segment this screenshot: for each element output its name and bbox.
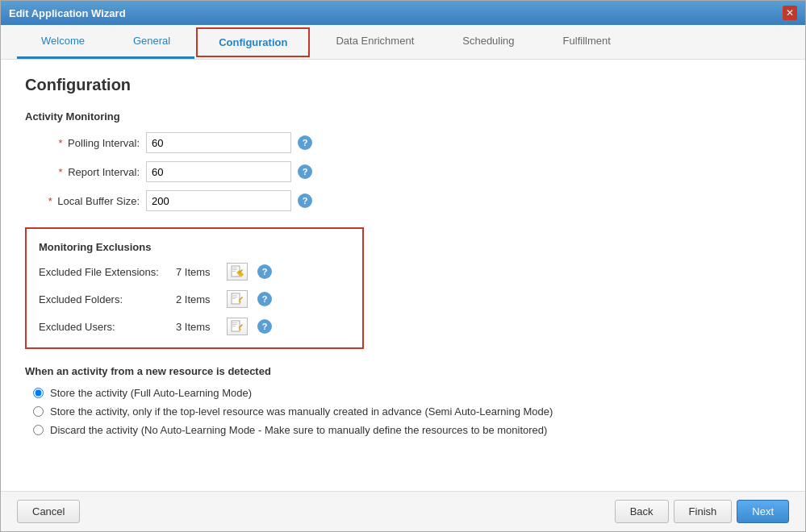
window-title: Edit Application Wizard [9,7,126,19]
edit-folders-button[interactable] [227,290,248,308]
edit-icon [231,265,244,278]
radio-semi-auto-label[interactable]: Store the activity, only if the top-leve… [50,405,553,418]
radio-no-auto-label[interactable]: Discard the activity (No Auto-Learning M… [50,424,547,436]
footer-right: Back Finish Next [615,500,789,523]
edit-users-button[interactable] [227,318,248,335]
radio-full-auto-label[interactable]: Store the activity (Full Auto-Learning M… [50,387,252,399]
cancel-button[interactable]: Cancel [17,500,80,523]
radio-full-auto[interactable] [33,388,44,398]
tabs-bar: Welcome General Configuration Data Enric… [1,25,805,60]
local-buffer-size-row: * Local Buffer Size: ? [25,190,781,211]
radio-no-auto-row: Discard the activity (No Auto-Learning M… [25,424,781,436]
svg-rect-9 [232,297,237,297]
close-button[interactable]: ✕ [783,6,797,20]
title-bar: Edit Application Wizard ✕ [1,1,805,25]
report-interval-input[interactable] [146,161,291,182]
folders-help-icon[interactable]: ? [257,292,272,306]
excluded-users-row: Excluded Users: 3 Items ? [39,318,350,335]
excluded-file-extensions-row: Excluded File Extensions: 7 Items ? [39,263,350,281]
excluded-file-extensions-label: Excluded File Extensions: [39,266,176,278]
radio-full-auto-row: Store the activity (Full Auto-Learning M… [25,387,781,399]
excluded-folders-count: 2 Items [176,293,220,305]
wizard-window: Edit Application Wizard ✕ Welcome Genera… [0,0,806,532]
polling-interval-row: * Polling Interval: ? [25,132,781,153]
edit-users-icon [231,320,244,333]
edit-file-extensions-button[interactable] [227,263,248,281]
required-mark: * [58,137,62,149]
report-interval-help-icon[interactable]: ? [298,164,312,179]
radio-no-auto[interactable] [33,425,44,435]
finish-button[interactable]: Finish [674,500,733,523]
next-button[interactable]: Next [737,500,789,523]
activity-monitoring-title: Activity Monitoring [25,110,781,123]
new-resource-title: When an activity from a new resource is … [25,365,781,377]
svg-rect-10 [232,298,236,299]
radio-semi-auto-row: Store the activity, only if the top-leve… [25,405,781,418]
svg-rect-3 [232,271,236,272]
tab-data-enrichment[interactable]: Data Enrichment [311,25,438,59]
activity-monitoring-section: Activity Monitoring * Polling Interval: … [25,110,781,211]
back-button[interactable]: Back [615,500,669,523]
excluded-folders-row: Excluded Folders: 2 Items ? [39,290,350,308]
svg-rect-8 [232,295,237,296]
svg-rect-1 [232,268,237,268]
tab-configuration[interactable]: Configuration [196,27,310,57]
page-title: Configuration [25,76,781,94]
svg-rect-2 [232,269,237,270]
tab-scheduling[interactable]: Scheduling [438,25,538,59]
tab-welcome[interactable]: Welcome [17,25,109,59]
monitoring-exclusions-section: Monitoring Exclusions Excluded File Exte… [25,227,364,349]
local-buffer-size-help-icon[interactable]: ? [298,193,312,208]
local-buffer-size-input[interactable] [146,190,291,211]
report-interval-label: * Report Interval: [41,166,146,178]
radio-semi-auto[interactable] [33,406,44,417]
new-resource-section: When an activity from a new resource is … [25,365,781,436]
footer-left: Cancel [17,500,80,523]
polling-interval-help-icon[interactable]: ? [298,135,312,150]
excluded-users-label: Excluded Users: [39,321,176,333]
users-help-icon[interactable]: ? [257,319,272,334]
edit-folders-icon [231,293,244,305]
excluded-users-count: 3 Items [176,321,220,333]
report-interval-row: * Report Interval: ? [25,161,781,182]
svg-rect-16 [232,326,236,326]
required-mark-3: * [48,195,52,207]
footer-bar: Cancel Back Finish Next [1,491,805,531]
excluded-folders-label: Excluded Folders: [39,293,176,305]
monitoring-exclusions-title: Monitoring Exclusions [39,241,350,253]
polling-interval-input[interactable] [146,132,291,153]
content-area: Configuration Activity Monitoring * Poll… [1,60,805,491]
tab-general[interactable]: General [109,25,194,59]
required-mark-2: * [58,166,62,178]
excluded-file-extensions-count: 7 Items [176,266,220,278]
polling-interval-label: * Polling Interval: [41,137,146,149]
file-extensions-help-icon[interactable]: ? [257,264,272,279]
tab-fulfillment[interactable]: Fulfillment [539,25,635,59]
svg-rect-15 [232,324,237,325]
local-buffer-size-label: * Local Buffer Size: [41,195,146,207]
svg-rect-14 [232,322,237,323]
